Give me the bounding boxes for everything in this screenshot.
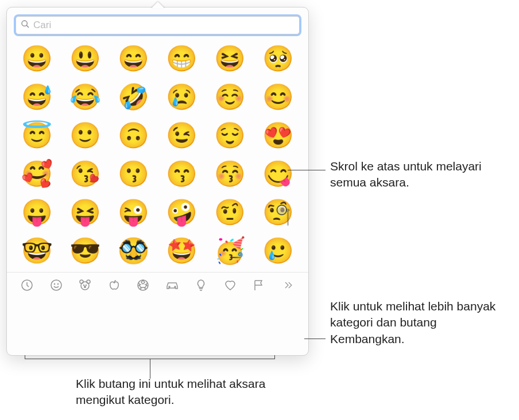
emoji-cell[interactable]: 🥸 (118, 238, 149, 263)
emoji-cell[interactable]: 😍 (262, 123, 294, 148)
popover-arrow (151, 2, 165, 9)
flag-icon (252, 278, 266, 294)
emoji-cell[interactable]: 🤣 (118, 84, 149, 110)
category-bar (7, 272, 308, 300)
category-travel-button[interactable] (162, 276, 183, 297)
callout-scroll: Skrol ke atas untuk melayari semua aksar… (330, 158, 508, 191)
clock-icon (20, 278, 34, 294)
emoji-cell[interactable]: 😎 (69, 238, 101, 263)
emoji-cell[interactable]: 🙃 (118, 123, 149, 148)
svg-point-14 (175, 286, 176, 287)
emoji-cell[interactable]: 😜 (118, 200, 149, 225)
chevron-double-right-icon (282, 279, 294, 293)
category-activity-button[interactable] (133, 276, 153, 297)
emoji-cell[interactable]: 😚 (214, 161, 246, 186)
emoji-cell[interactable]: 🙂 (69, 123, 101, 148)
search-box (16, 16, 300, 34)
emoji-cell[interactable]: 🥺 (262, 46, 294, 71)
svg-point-5 (57, 283, 58, 284)
character-viewer-popover: 😀 😃 😄 😁 😆 🥺 😅 😂 🤣 😢 ☺️ 😊 😇 🙂 🙃 😉 😌 😍 🥰 😘… (6, 7, 309, 356)
soccer-icon (136, 278, 150, 294)
emoji-cell[interactable]: 😢 (166, 84, 197, 110)
emoji-cell[interactable]: 😊 (262, 84, 294, 110)
emoji-cell[interactable]: 🧐 (262, 200, 294, 225)
category-symbols-button[interactable] (220, 276, 241, 297)
emoji-cell[interactable]: 😘 (69, 161, 101, 186)
category-flags-button[interactable] (249, 276, 269, 297)
category-objects-button[interactable] (191, 276, 211, 297)
smiley-icon (49, 278, 63, 294)
emoji-cell[interactable]: 😉 (166, 123, 197, 148)
search-bar (7, 7, 308, 40)
emoji-grid: 😀 😃 😄 😁 😆 🥺 😅 😂 🤣 😢 ☺️ 😊 😇 🙂 🙃 😉 😌 😍 🥰 😘… (7, 40, 308, 272)
category-smileys-button[interactable] (46, 276, 67, 297)
emoji-cell[interactable]: 🤨 (214, 200, 246, 225)
emoji-cell[interactable]: 😅 (21, 84, 53, 110)
emoji-cell[interactable]: 🥰 (21, 161, 53, 186)
svg-point-10 (86, 285, 87, 285)
callout-line (288, 170, 326, 170)
svg-point-11 (84, 286, 86, 287)
emoji-cell[interactable]: 😂 (69, 84, 101, 110)
search-icon (21, 20, 30, 31)
callout-expand: Klik untuk melihat lebih banyak kategori… (330, 298, 514, 347)
animal-icon (78, 278, 92, 294)
emoji-cell[interactable]: 🤪 (166, 200, 197, 225)
emoji-cell[interactable]: 😃 (69, 46, 101, 71)
emoji-cell[interactable]: 😛 (21, 200, 53, 225)
callout-line (304, 339, 326, 339)
category-recent-button[interactable] (17, 276, 37, 297)
emoji-cell[interactable]: 😄 (118, 46, 149, 71)
emoji-cell[interactable]: 😝 (69, 200, 101, 225)
svg-point-13 (169, 286, 170, 287)
emoji-cell[interactable]: 😗 (118, 161, 149, 186)
callout-categories: Klik butang ini untuk melihat aksara men… (76, 376, 294, 409)
car-icon (165, 278, 179, 294)
emoji-cell[interactable]: ☺️ (214, 84, 246, 110)
svg-point-0 (22, 21, 27, 26)
svg-point-9 (84, 285, 84, 285)
apple-icon (107, 278, 121, 294)
emoji-cell[interactable]: 😀 (21, 46, 53, 71)
svg-point-4 (54, 283, 55, 284)
svg-line-1 (26, 25, 29, 28)
emoji-cell[interactable]: 🤩 (166, 238, 197, 263)
lightbulb-icon (194, 278, 208, 294)
emoji-cell[interactable]: 😋 (262, 161, 294, 186)
expand-button[interactable] (278, 276, 299, 297)
category-food-button[interactable] (104, 276, 125, 297)
emoji-cell[interactable]: 😙 (166, 161, 197, 186)
emoji-cell[interactable]: 😌 (214, 123, 246, 148)
emoji-cell[interactable]: 😁 (166, 46, 197, 71)
emoji-cell[interactable]: 😆 (214, 46, 246, 71)
emoji-cell[interactable]: 🤓 (21, 238, 53, 263)
emoji-cell[interactable]: 🥲 (262, 238, 294, 263)
svg-point-3 (51, 280, 61, 290)
search-input[interactable] (33, 20, 295, 31)
emoji-cell[interactable]: 🥳 (214, 238, 246, 263)
heart-icon (223, 278, 237, 294)
emoji-cell[interactable]: 😇 (21, 123, 53, 148)
category-animals-button[interactable] (75, 276, 95, 297)
